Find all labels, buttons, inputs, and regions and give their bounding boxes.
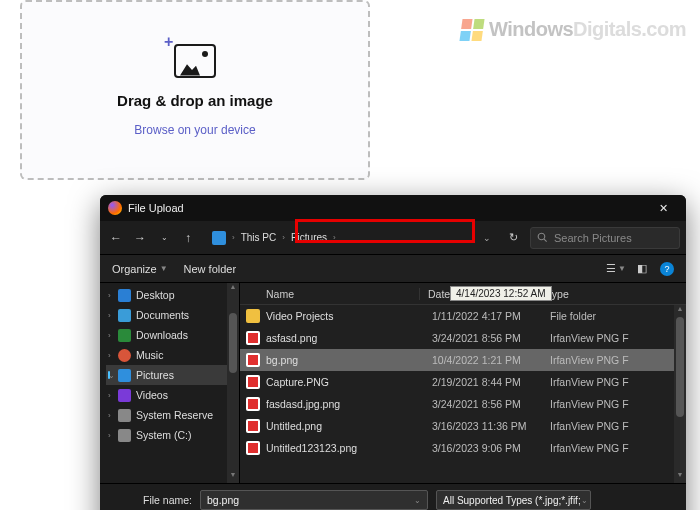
folder-icon [118,409,131,422]
folder-icon [246,309,260,323]
address-dropdown[interactable]: ⌄ [477,233,497,243]
file-date: 3/24/2021 8:56 PM [424,398,542,410]
nav-up-button[interactable]: ↑ [178,231,198,245]
file-row[interactable]: Video Projects1/11/2022 4:17 PMFile fold… [240,305,686,327]
sidebar-item-label: Pictures [136,369,174,381]
column-date[interactable]: Date modified 4/14/2023 12:52 AM [420,288,538,300]
search-input[interactable]: Search Pictures [530,227,680,249]
sidebar-item-desktop[interactable]: ›Desktop [106,285,239,305]
filename-label: File name: [112,494,192,506]
new-folder-button[interactable]: New folder [184,263,237,275]
nav-forward-button[interactable]: → [130,231,150,245]
browse-link[interactable]: Browse on your device [134,123,255,137]
folder-icon [118,349,131,362]
sidebar-item-label: Music [136,349,163,361]
file-icon [246,441,260,455]
file-date: 3/24/2021 8:56 PM [424,332,542,344]
file-icon [246,375,260,389]
file-name: Untitled.png [266,420,424,432]
sidebar-item-label: Videos [136,389,168,401]
file-icon [246,397,260,411]
refresh-button[interactable]: ↻ [501,231,526,244]
dropzone-title: Drag & drop an image [117,92,273,109]
file-type: IrfanView PNG F [542,332,686,344]
file-icon [246,353,260,367]
sidebar-item-label: Documents [136,309,189,321]
sidebar-item-label: Desktop [136,289,175,301]
watermark-text: WindowsDigitals.com [489,18,686,41]
folder-icon [118,369,131,382]
nav-back-button[interactable]: ← [106,231,126,245]
watermark-logo-icon [459,19,484,41]
file-row[interactable]: bg.png10/4/2022 1:21 PMIrfanView PNG F [240,349,686,371]
filetype-filter[interactable]: All Supported Types (*.jpg;*.jfif;⌄ [436,490,591,510]
toolbar: Organize▼ New folder ☰▼ ◧ ? [100,255,686,283]
column-name[interactable]: Name [240,288,420,300]
sidebar-item-label: Downloads [136,329,188,341]
file-type: IrfanView PNG F [542,442,686,454]
filelist-scrollbar[interactable]: ▲▼ [674,305,686,483]
organize-button[interactable]: Organize▼ [112,263,168,275]
nav-recent-dropdown[interactable]: ⌄ [154,233,174,242]
image-upload-icon: + [174,44,216,78]
address-bar[interactable]: › This PC › Pictures › [206,227,376,249]
file-date: 3/16/2023 11:36 PM [424,420,542,432]
sidebar-item-downloads[interactable]: ›Downloads [106,325,239,345]
folder-icon [118,329,131,342]
file-row[interactable]: Capture.PNG2/19/2021 8:44 PMIrfanView PN… [240,371,686,393]
preview-pane-button[interactable]: ◧ [634,261,650,277]
file-type: IrfanView PNG F [542,354,686,366]
file-type: File folder [542,310,686,322]
file-row[interactable]: fasdasd.jpg.png3/24/2021 8:56 PMIrfanVie… [240,393,686,415]
date-tooltip: 4/14/2023 12:52 AM [450,286,552,301]
sidebar-item-documents[interactable]: ›Documents [106,305,239,325]
help-button[interactable]: ? [660,262,674,276]
file-date: 3/16/2023 9:06 PM [424,442,542,454]
file-date: 2/19/2021 8:44 PM [424,376,542,388]
folder-icon [118,389,131,402]
file-upload-dialog: File Upload ✕ ← → ⌄ ↑ › This PC › Pictur… [100,195,686,510]
file-name: fasdasd.jpg.png [266,398,424,410]
sidebar-item-pictures[interactable]: ⌄Pictures [106,365,239,385]
file-type: IrfanView PNG F [542,398,686,410]
sidebar-scrollbar[interactable]: ▲▼ [227,283,239,483]
file-name: Video Projects [266,310,424,322]
close-button[interactable]: ✕ [648,202,678,215]
watermark: WindowsDigitals.com [461,18,686,41]
dialog-title: File Upload [128,202,648,214]
search-placeholder: Search Pictures [554,232,632,244]
filename-input[interactable]: bg.png⌄ [200,490,428,510]
sidebar-item-music[interactable]: ›Music [106,345,239,365]
file-icon [246,419,260,433]
file-type: IrfanView PNG F [542,420,686,432]
search-icon [537,232,548,243]
folder-icon [118,309,131,322]
sidebar: ›Desktop›Documents›Downloads›Music⌄Pictu… [100,283,240,483]
folder-icon [118,289,131,302]
dialog-footer: File name: bg.png⌄ All Supported Types (… [100,483,686,510]
view-options-button[interactable]: ☰▼ [608,261,624,277]
firefox-icon [108,201,122,215]
file-name: bg.png [266,354,424,366]
sidebar-item-videos[interactable]: ›Videos [106,385,239,405]
sidebar-item-label: System (C:) [136,429,191,441]
file-date: 1/11/2022 4:17 PM [424,310,542,322]
titlebar: File Upload ✕ [100,195,686,221]
file-icon [246,331,260,345]
sidebar-item-label: System Reserve [136,409,213,421]
file-list: Name Date modified 4/14/2023 12:52 AM Ty… [240,283,686,483]
file-row[interactable]: Untitled123123.png3/16/2023 9:06 PMIrfan… [240,437,686,459]
column-type[interactable]: Type [538,288,686,300]
file-row[interactable]: Untitled.png3/16/2023 11:36 PMIrfanView … [240,415,686,437]
pictures-folder-icon [212,231,226,245]
breadcrumb-folder[interactable]: Pictures [291,232,327,243]
folder-icon [118,429,131,442]
sidebar-item-system-c-[interactable]: ›System (C:) [106,425,239,445]
dropzone[interactable]: + Drag & drop an image Browse on your de… [20,0,370,180]
file-name: Untitled123123.png [266,442,424,454]
nav-bar: ← → ⌄ ↑ › This PC › Pictures › ⌄ ↻ Searc… [100,221,686,255]
sidebar-item-system-reserve[interactable]: ›System Reserve [106,405,239,425]
file-row[interactable]: asfasd.png3/24/2021 8:56 PMIrfanView PNG… [240,327,686,349]
breadcrumb-root[interactable]: This PC [241,232,277,243]
file-name: asfasd.png [266,332,424,344]
